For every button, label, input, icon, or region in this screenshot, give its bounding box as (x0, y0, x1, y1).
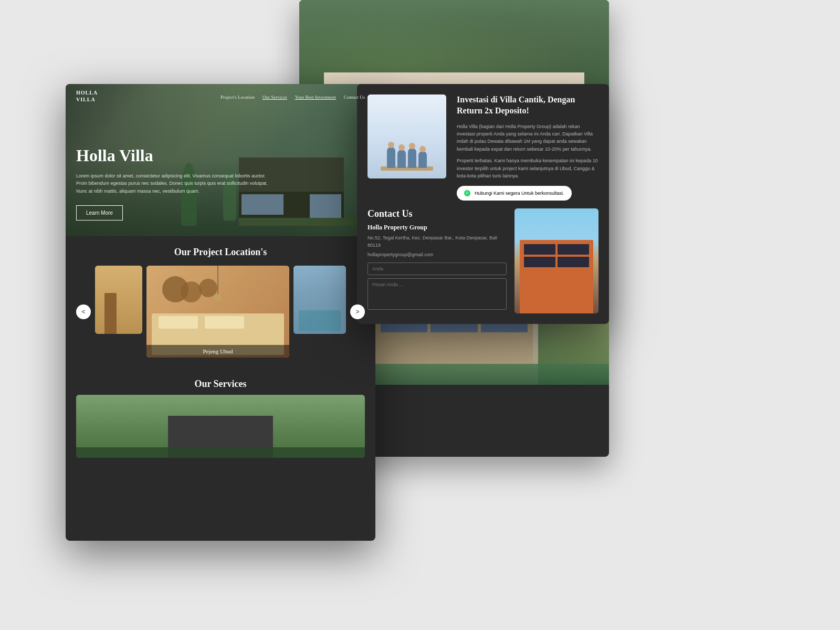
contact-message-input[interactable] (368, 278, 507, 310)
logo-line1: HOLLA (76, 89, 98, 96)
consult-label: Hubungi Kami segera Untuk berkonsultasi. (475, 191, 564, 196)
contact-company: Holla Property Group (368, 224, 507, 232)
person-4 (418, 151, 427, 168)
services-house-image (76, 395, 365, 458)
contact-name-input[interactable] (368, 262, 507, 275)
hero-title: Holla Villa (76, 145, 270, 165)
contact-email: hollapropertygroup@gmail.com (368, 252, 507, 257)
locations-section: Our Project Location's < (66, 236, 375, 368)
learn-more-button[interactable]: Learn More (76, 205, 123, 220)
services-ground (76, 447, 365, 458)
contact-section: Contact Us Holla Property Group No.52, T… (368, 208, 598, 313)
room-door (104, 293, 117, 334)
person-3 (408, 148, 416, 168)
pool-image (293, 266, 346, 334)
contact-house-image (514, 208, 598, 313)
facade-window-4 (558, 257, 589, 267)
front-window: HOLLA VILLA Project's Location Our Servi… (66, 84, 375, 541)
people-group (387, 147, 427, 168)
investment-desc-1: Holla Villa (bagian dari Holla Property … (457, 123, 598, 153)
logo-line2: VILLA (76, 96, 98, 103)
hanging-light (217, 266, 218, 297)
investment-image (368, 94, 446, 178)
whatsapp-icon: ✆ (464, 190, 470, 196)
nav-item-contact[interactable]: Contact Us (344, 91, 365, 101)
nav-item-investment[interactable]: Your Best Investment (295, 91, 336, 101)
bedroom-image (146, 266, 289, 358)
carousel-label: Pejeng Ubud (146, 345, 289, 358)
carousel-item-3 (293, 266, 346, 334)
carousel-item-main: Pejeng Ubud (146, 266, 289, 358)
logo: HOLLA VILLA (76, 89, 98, 103)
hero-description: Lorem ipsum dolor sit amet, consectetur … (76, 172, 270, 195)
nav-link-services[interactable]: Our Services (262, 94, 287, 100)
contact-address: No.52, Tegal Kertha, Kec. Denpasar Bar.,… (368, 235, 507, 249)
facade-windows (520, 240, 593, 271)
investment-content: Investasi di Villa Cantik, Dengan Return… (457, 94, 598, 201)
carousel-item-1 (95, 266, 142, 334)
person-2 (397, 150, 406, 168)
carousel-prev-button[interactable]: < (76, 304, 91, 319)
services-title: Our Services (76, 379, 365, 390)
contact-info: Contact Us Holla Property Group No.52, T… (368, 208, 507, 313)
investment-panel: Investasi di Villa Cantik, Dengan Return… (357, 84, 609, 324)
carousel: < (76, 266, 365, 358)
nav-item-services[interactable]: Our Services (262, 91, 287, 101)
basket-decor-3 (199, 279, 217, 297)
hero-content: Holla Villa Lorem ipsum dolor sit amet, … (76, 145, 270, 220)
carousel-images: Pejeng Ubud (95, 266, 346, 358)
locations-title: Our Project Location's (76, 247, 365, 258)
facade-window-2 (558, 244, 589, 255)
nav-link-investment[interactable]: Your Best Investment (295, 94, 336, 100)
person-1 (387, 147, 395, 168)
facade-window-1 (524, 244, 555, 255)
room-wall (95, 266, 142, 334)
consult-button[interactable]: ✆ Hubungi Kami segera Untuk berkonsultas… (457, 186, 572, 201)
facade-window-3 (524, 257, 555, 267)
pool-water (299, 310, 341, 331)
investment-title: Investasi di Villa Cantik, Dengan Return… (457, 94, 598, 117)
nav-links: Project's Location Our Services Your Bes… (220, 91, 365, 101)
investment-layout: Investasi di Villa Cantik, Dengan Return… (368, 94, 598, 201)
brick-facade (520, 240, 593, 313)
hero-section: HOLLA VILLA Project's Location Our Servi… (66, 84, 375, 236)
navbar: HOLLA VILLA Project's Location Our Servi… (66, 84, 375, 108)
pillow-1 (159, 316, 198, 329)
basket-decor-2 (181, 281, 202, 302)
nav-link-location[interactable]: Project's Location (220, 94, 255, 100)
services-section: Our Services (66, 368, 375, 468)
investment-desc-2: Properti terbatas. Kami hanya membuka ke… (457, 157, 598, 180)
nav-link-contact[interactable]: Contact Us (344, 94, 365, 100)
nav-item-location[interactable]: Project's Location (220, 91, 255, 101)
carousel-next-button[interactable]: > (350, 304, 365, 319)
pillow-2 (205, 316, 245, 329)
interior-image-1 (95, 266, 142, 334)
contact-title: Contact Us (368, 208, 507, 219)
